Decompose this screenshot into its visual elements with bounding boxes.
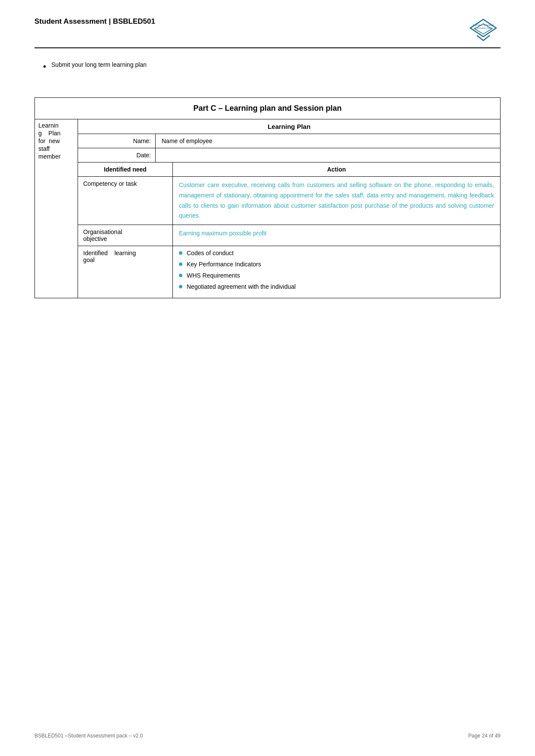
list-item-kpi: Key Performance Indicators [179, 261, 494, 268]
bullet-section: • Submit your long term learning plan [34, 61, 501, 72]
part-c-title: Part C – Learning plan and Session plan [35, 98, 500, 119]
competency-action: Customer care executive, receiving calls… [173, 177, 500, 225]
date-value [156, 148, 500, 162]
bullet-dot: • [43, 61, 46, 72]
bullet-circle-icon [179, 251, 182, 255]
name-label: Name: [78, 134, 156, 148]
organisational-need: Organisational objective [78, 225, 173, 246]
footer-right: Page 24 of 49 [468, 733, 501, 739]
bullet-text: Submit your long term learning plan [51, 61, 147, 68]
learning-goal-list: Codes of conduct Key Performance Indicat… [179, 250, 494, 290]
list-item-whs: WHS Requirements [179, 272, 494, 279]
page-title: Student Assessment | BSBLED501 [34, 17, 155, 26]
svg-text:Australian Technology: Australian Technology [473, 24, 494, 26]
list-item-negotiated: Negotiated agreement with the individual [179, 283, 494, 290]
column-headers-row: Identified need Action [78, 162, 500, 177]
svg-text:and Innovation College: and Innovation College [473, 27, 494, 29]
competency-row: Competency or task Customer care executi… [78, 177, 500, 225]
action-header: Action [173, 162, 500, 176]
page-header: Student Assessment | BSBLED501 Australia… [34, 17, 501, 43]
logo-container: Australian Technology and Innovation Col… [466, 17, 501, 43]
left-label-learnin: Learnin [38, 122, 74, 129]
organisational-need-line1: Organisational [83, 228, 167, 235]
list-item-codes-text: Codes of conduct [187, 250, 234, 256]
identified-need-header: Identified need [78, 162, 173, 176]
page: Student Assessment | BSBLED501 Australia… [0, 0, 535, 756]
left-label-member: member [38, 153, 74, 160]
right-content-column: Learning Plan Name: Name of employee Dat… [78, 119, 500, 298]
part-c-table: Part C – Learning plan and Session plan … [34, 97, 501, 298]
learning-goal-need-line2: goal [83, 256, 167, 263]
bullet-circle-icon [179, 262, 182, 266]
date-label: Date: [78, 148, 156, 162]
list-item-negotiated-text: Negotiated agreement with the individual [187, 283, 296, 290]
learning-goal-need-line1: Identified learning [83, 250, 167, 256]
name-row: Name: Name of employee [78, 134, 500, 148]
learning-plan-header: Learning Plan [78, 119, 500, 134]
left-label-column: Learnin g Plan for new staff member [35, 119, 78, 298]
bullet-item: • Submit your long term learning plan [43, 61, 501, 72]
left-label-g-plan: g Plan [38, 130, 74, 137]
left-label-for-new: for new [38, 137, 74, 144]
learning-goal-row: Identified learning goal Codes of conduc… [78, 246, 500, 298]
organisational-action: Earning maximum possible profit [173, 225, 500, 246]
organisational-need-line2: objective [83, 235, 167, 242]
list-item-kpi-text: Key Performance Indicators [187, 261, 261, 268]
footer-left: BSBLED501 –Student Assessment pack – v2.… [34, 733, 143, 739]
college-logo: Australian Technology and Innovation Col… [466, 17, 501, 43]
header-divider [34, 47, 501, 48]
date-row: Date: [78, 148, 500, 162]
page-footer: BSBLED501 –Student Assessment pack – v2.… [34, 733, 501, 739]
list-item-codes: Codes of conduct [179, 250, 494, 256]
learning-goal-action: Codes of conduct Key Performance Indicat… [173, 246, 500, 298]
competency-need: Competency or task [78, 177, 173, 225]
list-item-whs-text: WHS Requirements [187, 272, 240, 279]
learning-goal-need: Identified learning goal [78, 246, 173, 298]
bullet-circle-icon [179, 274, 182, 277]
organisational-row: Organisational objective Earning maximum… [78, 225, 500, 246]
name-value: Name of employee [156, 134, 500, 148]
bullet-circle-icon [179, 285, 182, 288]
main-body-row: Learnin g Plan for new staff member Lear… [35, 119, 500, 298]
left-label-staff: staff [38, 145, 74, 152]
